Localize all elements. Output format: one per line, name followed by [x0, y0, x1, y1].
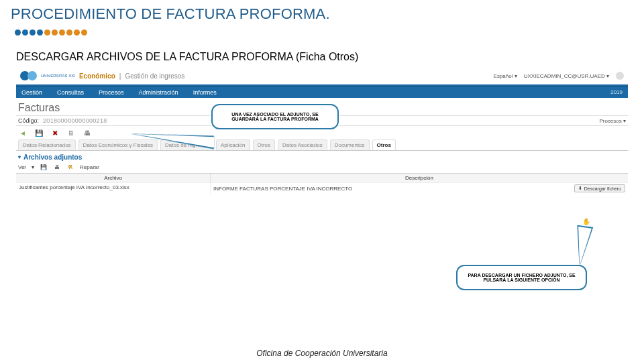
doc-icon[interactable]: 🗎	[66, 128, 76, 137]
dot-icon	[74, 29, 80, 36]
attachments-panel-title: Archivos adjuntos	[23, 154, 82, 161]
ver-label: Ver	[18, 164, 26, 170]
menu-item[interactable]: Informes	[193, 89, 217, 96]
dot-icon	[66, 29, 72, 36]
chevron-down-icon: ▾	[515, 73, 517, 79]
lang-switch[interactable]: Español ▾	[494, 73, 517, 79]
attachments-grid: Archivo Descripción Justificantes porcen…	[16, 173, 628, 194]
section-subtitle: DESCARGAR ARCHIVOS DE LA FACTURA PROFORM…	[16, 51, 358, 63]
chevron-down-icon: ▾	[606, 73, 609, 79]
cursor-icon: ✋	[582, 218, 590, 225]
module-label: Económico	[79, 72, 115, 80]
chevron-down-icon[interactable]: ▾	[32, 164, 34, 170]
menu-item[interactable]: Procesos	[99, 89, 124, 96]
download-file-button[interactable]: ⬇ Descargar fichero	[574, 184, 625, 192]
cell-archivo: Justificantes porcentaje IVA Incorrecto_…	[16, 183, 211, 194]
main-menu: GestiónConsultasProcesosAdministraciónIn…	[16, 86, 628, 98]
dot-icon	[52, 29, 58, 36]
brand-sub: UNIVERSITAS XXI	[41, 74, 75, 78]
chevron-down-icon: ▾	[623, 118, 626, 124]
menu-item[interactable]: Consultas	[57, 89, 84, 96]
menu-item[interactable]: Gestión	[21, 89, 42, 96]
dot-icon	[37, 29, 43, 36]
download-icon: ⬇	[578, 186, 582, 191]
reparar-label[interactable]: Reparar	[80, 164, 99, 170]
save-icon[interactable]: 💾	[34, 128, 44, 137]
page-title: PROCEDIMIENTO DE FACTURA PROFORMA.	[11, 5, 330, 23]
codigo-value: 201800000000000218	[43, 117, 107, 124]
module-divider: |	[119, 72, 121, 80]
back-icon[interactable]: ◄	[18, 128, 28, 137]
tab[interactable]: Otros	[253, 139, 276, 150]
tab[interactable]: Otros	[372, 139, 396, 150]
avatar[interactable]	[616, 72, 624, 80]
brand-logo	[20, 71, 37, 80]
col-archivo: Archivo	[16, 174, 211, 182]
section-label: Gestión de ingresos	[125, 72, 184, 80]
print-icon[interactable]: 🖶	[83, 128, 92, 137]
repair-icon[interactable]: 🛠	[66, 163, 74, 171]
dot-icon	[30, 29, 36, 36]
collapse-icon: ▾	[18, 154, 21, 160]
dot-icon	[22, 29, 28, 36]
codigo-label: Código:	[18, 117, 39, 124]
print-icon[interactable]: 🖶	[53, 163, 61, 171]
dot-icon	[15, 29, 21, 36]
app-header: UNIVERSITAS XXI Económico | Gestión de i…	[16, 67, 628, 84]
col-descripcion: Descripción	[211, 174, 628, 182]
menu-item[interactable]: Administración	[139, 89, 178, 96]
save-icon[interactable]: 💾	[40, 163, 48, 171]
decorative-dots	[15, 29, 87, 36]
year-badge: 2019	[610, 89, 623, 95]
delete-icon[interactable]: ✖	[50, 128, 60, 137]
dot-icon	[81, 29, 87, 36]
user-menu[interactable]: UXXIECADMIN_CC@USR.UAED ▾	[524, 73, 609, 79]
footer-text: Oficina de Cooperación Universitaria	[0, 349, 644, 358]
cell-descripcion: INFORME FACTURAS PORCENTAJE IVA INCORREC…	[213, 186, 352, 192]
dot-icon	[59, 29, 65, 36]
tab[interactable]: Aplicación	[216, 139, 250, 150]
attachments-panel-header[interactable]: ▾ Archivos adjuntos	[16, 151, 628, 162]
table-row: Justificantes porcentaje IVA Incorrecto_…	[16, 182, 628, 194]
procesos-menu[interactable]: Procesos ▾	[599, 118, 626, 124]
callout-save: UNA VEZ ASOCIADO EL ADJUNTO, SE GUARDARÁ…	[211, 104, 339, 129]
tab[interactable]: Datos Asociados	[278, 139, 327, 150]
download-label: Descargar fichero	[584, 186, 621, 191]
tab[interactable]: Datos Relacionados	[18, 139, 76, 150]
callout-download: PARA DESCARGAR UN FICHERO ADJUNTO, SE PU…	[456, 265, 587, 290]
tabs: Datos RelacionadosDatos Económicos y Fis…	[16, 139, 628, 151]
tab[interactable]: Documentos	[330, 139, 370, 150]
dot-icon	[44, 29, 50, 36]
